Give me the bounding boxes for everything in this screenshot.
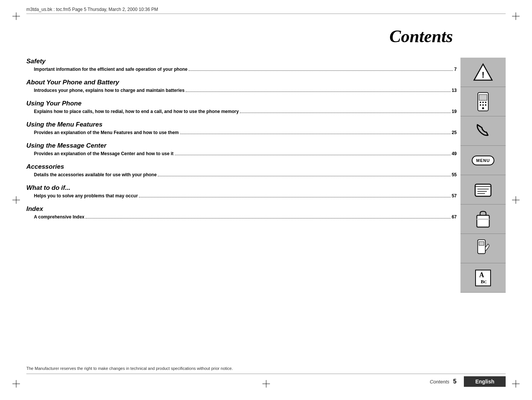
toc-section-message: Using the Message Center Provides an exp… <box>26 142 457 156</box>
svg-rect-3 <box>479 94 487 100</box>
toc-title-safety: Safety <box>26 58 457 65</box>
toc-section-menu: Using the Menu Features Provides an expl… <box>26 121 457 135</box>
crosshair-mid-right <box>510 194 521 206</box>
toc-entry-using-phone: Explains how to place calls, how to redi… <box>26 109 457 114</box>
toc-section-accessories: Accessories Details the accessories avai… <box>26 163 457 177</box>
toc-section-index: Index A comprehensive Index 67 <box>26 205 457 220</box>
svg-rect-10 <box>485 104 486 105</box>
icon-index: A BC <box>460 263 506 293</box>
svg-rect-5 <box>480 102 481 103</box>
footer-contents-label: Contents <box>430 379 449 385</box>
svg-rect-16 <box>477 215 489 227</box>
icon-accessories <box>460 205 506 234</box>
toc-title-message: Using the Message Center <box>26 142 457 150</box>
icon-troubleshoot <box>460 234 506 263</box>
svg-rect-17 <box>477 218 489 220</box>
toc-page-menu: 25 <box>452 130 457 135</box>
svg-rect-19 <box>479 241 484 245</box>
toc-entry-phone: Introduces your phone, explains how to c… <box>26 88 457 93</box>
toc-title-accessories: Accessories <box>26 163 457 171</box>
toc-section-whattodo: What to do if... Helps you to solve any … <box>26 184 457 198</box>
toc-page-whattodo: 57 <box>452 193 457 198</box>
toc-desc-using-phone: Explains how to place calls, how to redi… <box>34 109 239 114</box>
footer-language: English <box>464 376 506 387</box>
toc-section-using-phone: Using Your Phone Explains how to place c… <box>26 100 457 114</box>
page-title: Contents <box>26 26 506 46</box>
svg-point-4 <box>482 107 484 109</box>
footer-disclaimer: The Manufacturer reserves the right to m… <box>26 366 506 371</box>
toc-entry-accessories: Details the accessories available for us… <box>26 172 457 177</box>
toc-desc-safety: Important information for the efficient … <box>34 67 187 72</box>
toc-title-phone: About Your Phone and Battery <box>26 79 457 86</box>
icon-safety: ! <box>460 58 506 87</box>
icon-message <box>460 175 506 205</box>
main-content: Contents ! <box>26 26 506 362</box>
toc-page-phone: 13 <box>452 88 457 93</box>
footer-page-number: 5 <box>453 378 457 385</box>
toc-section-safety: Safety Important information for the eff… <box>26 58 457 72</box>
toc-page-accessories: 55 <box>452 172 457 177</box>
toc-entry-index: A comprehensive Index 67 <box>26 214 457 220</box>
icon-sidebar: ! <box>460 58 506 293</box>
toc-dots-using-phone <box>240 113 451 113</box>
toc-dots-message <box>175 155 451 155</box>
toc-desc-whattodo: Helps you to solve any problems that may… <box>34 193 138 198</box>
toc-desc-message: Provides an explanation of the Message C… <box>34 151 174 156</box>
toc-page-safety: 7 <box>454 67 457 72</box>
toc-dots-phone <box>186 92 451 92</box>
svg-rect-6 <box>482 102 483 103</box>
crosshair-bottom-right <box>510 378 521 389</box>
toc-section-phone: About Your Phone and Battery Introduces … <box>26 79 457 93</box>
svg-rect-8 <box>480 104 481 105</box>
toc-entry-safety: Important information for the efficient … <box>26 67 457 72</box>
toc-page-message: 49 <box>452 151 457 156</box>
crosshair-top-left <box>11 11 22 22</box>
toc-dots-safety <box>189 70 453 71</box>
toc-desc-index: A comprehensive Index <box>34 214 84 220</box>
toc-desc-phone: Introduces your phone, explains how to c… <box>34 88 184 93</box>
toc-dots-accessories <box>158 176 451 176</box>
toc-page-index: 67 <box>452 214 457 220</box>
page-header: m3tda_us.bk : toc.fm5 Page 5 Thursday, M… <box>26 7 506 14</box>
footer: The Manufacturer reserves the right to m… <box>26 366 506 400</box>
svg-rect-11 <box>475 184 491 196</box>
svg-rect-9 <box>482 104 483 105</box>
icon-call <box>460 116 506 146</box>
crosshair-mid-left <box>11 194 22 206</box>
toc-entry-whattodo: Helps you to solve any problems that may… <box>26 193 457 198</box>
toc-title-whattodo: What to do if... <box>26 184 457 192</box>
toc-title-using-phone: Using Your Phone <box>26 100 457 107</box>
toc-list: Safety Important information for the eff… <box>26 58 457 220</box>
toc-desc-accessories: Details the accessories available for us… <box>34 172 157 177</box>
icon-phone <box>460 87 506 116</box>
svg-rect-7 <box>485 102 486 103</box>
toc-title-index: Index <box>26 205 457 213</box>
crosshair-top-right <box>510 11 521 22</box>
toc-title-menu: Using the Menu Features <box>26 121 457 128</box>
icon-menu: MENU <box>460 146 506 175</box>
toc-entry-menu: Provides an explanation of the Menu Feat… <box>26 130 457 135</box>
toc-dots-index <box>85 218 450 218</box>
toc-entry-message: Provides an explanation of the Message C… <box>26 151 457 156</box>
toc-dots-whattodo <box>139 197 451 197</box>
toc-desc-menu: Provides an explanation of the Menu Feat… <box>34 130 179 135</box>
toc-page-using-phone: 19 <box>452 109 457 114</box>
crosshair-bottom-left <box>11 378 22 389</box>
toc-dots-menu <box>180 134 451 134</box>
toc-container: ! <box>26 58 457 220</box>
header-text: m3tda_us.bk : toc.fm5 Page 5 Thursday, M… <box>26 7 158 12</box>
svg-text:!: ! <box>482 69 485 79</box>
footer-bottom: Contents 5 English <box>26 374 506 387</box>
